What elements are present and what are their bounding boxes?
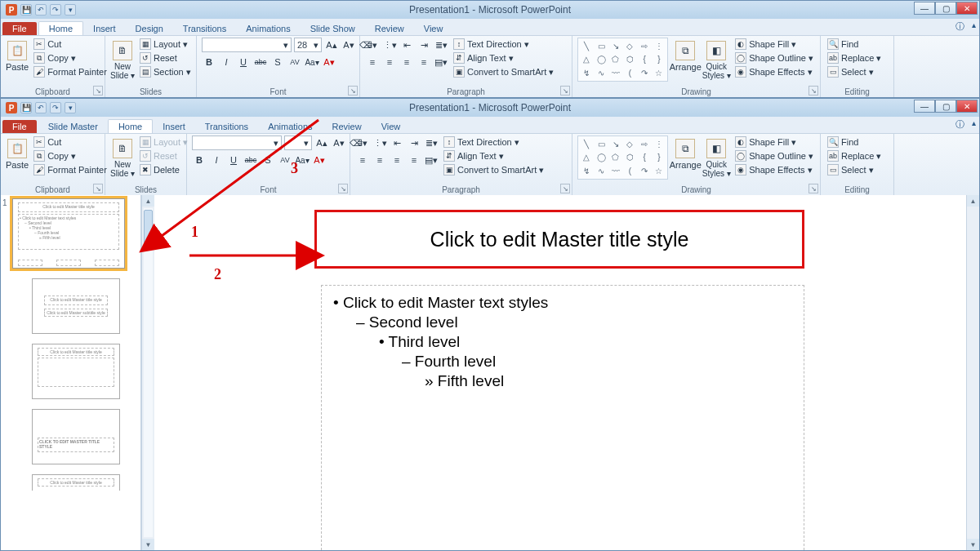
editor-scrollbar[interactable]: ▲ ▼ <box>966 195 979 550</box>
shrink-font-button-2[interactable]: A▾ <box>332 136 346 150</box>
align-center-button[interactable]: ≡ <box>382 55 397 69</box>
paragraph-dialog-launcher-2[interactable]: ↘ <box>560 184 570 193</box>
minimize-button-2[interactable]: — <box>914 100 935 113</box>
tab-file-2[interactable]: File <box>2 120 37 133</box>
select-button-2[interactable]: ▭Select ▾ <box>826 163 883 176</box>
editor-scroll-down-icon[interactable]: ▼ <box>967 539 979 550</box>
tab-transitions-2[interactable]: Transitions <box>195 120 258 133</box>
tab-animations[interactable]: Animations <box>236 22 300 35</box>
help-icon[interactable]: ⓘ <box>956 20 964 33</box>
line-spacing-button-2[interactable]: ≣▾ <box>424 136 439 150</box>
drawing-dialog-launcher-2[interactable]: ↘ <box>808 184 818 193</box>
quick-styles-button-2[interactable]: ◧Quick Styles ▾ <box>702 136 730 181</box>
select-button[interactable]: ▭Select ▾ <box>826 65 883 78</box>
master-thumbnail-pane[interactable]: 1 Click to edit Master title style • Cli… <box>1 195 141 550</box>
tab-file[interactable]: File <box>2 22 37 35</box>
justify-button-2[interactable]: ≡ <box>407 153 421 167</box>
copy-button-2[interactable]: ⧉Copy ▾ <box>32 149 109 162</box>
cut-button[interactable]: ✂Cut <box>32 38 109 51</box>
replace-button[interactable]: abReplace ▾ <box>826 51 883 64</box>
align-text-button[interactable]: ⇵Align Text ▾ <box>452 51 555 64</box>
align-text-button-2[interactable]: ⇵Align Text ▾ <box>442 149 546 162</box>
decrease-indent-button-2[interactable]: ⇤ <box>390 136 404 150</box>
tab-insert[interactable]: Insert <box>83 22 126 35</box>
reset-button[interactable]: ↺Reset <box>138 51 193 64</box>
grow-font-button[interactable]: A▴ <box>324 38 339 52</box>
tab-home[interactable]: Home <box>38 21 83 35</box>
tab-slideshow[interactable]: Slide Show <box>301 22 365 35</box>
italic-button-2[interactable]: I <box>209 153 224 167</box>
underline-button[interactable]: U <box>236 55 251 69</box>
tab-review-2[interactable]: Review <box>323 120 372 133</box>
numbering-button[interactable]: ⋮▾ <box>382 38 397 52</box>
font-dialog-launcher-2[interactable]: ↘ <box>338 184 348 193</box>
clipboard-dialog-launcher[interactable]: ↘ <box>93 86 103 96</box>
save-icon-2[interactable]: 💾 <box>20 102 32 113</box>
strike-button[interactable]: abc <box>253 55 268 69</box>
qat-dropdown-icon[interactable]: ▾ <box>65 4 76 16</box>
decrease-indent-button[interactable]: ⇤ <box>399 38 414 52</box>
grow-font-button-2[interactable]: A▴ <box>314 136 329 150</box>
layout-thumbnail-4[interactable]: CLICK TO EDIT MASTER TITLE STYLE <box>4 409 137 464</box>
master-body-placeholder[interactable]: • Click to edit Master text styles – Sec… <box>321 285 804 550</box>
align-left-button[interactable]: ≡ <box>365 55 380 69</box>
tab-view-2[interactable]: View <box>372 120 411 133</box>
master-title-placeholder[interactable]: Click to edit Master title style <box>314 210 804 269</box>
minimize-button[interactable]: — <box>914 2 935 15</box>
scroll-up-icon[interactable]: ▲ <box>142 195 154 207</box>
shape-effects-button[interactable]: ◉Shape Effects ▾ <box>733 65 815 78</box>
italic-button[interactable]: I <box>219 55 234 69</box>
tab-review[interactable]: Review <box>365 22 414 35</box>
font-color-button-2[interactable]: A▾ <box>312 153 327 167</box>
font-size-combo[interactable]: 28▾ <box>294 38 322 52</box>
tab-home-2[interactable]: Home <box>108 119 153 133</box>
align-left-button-2[interactable]: ≡ <box>355 153 370 167</box>
char-spacing-button[interactable]: AV <box>287 55 302 69</box>
line-spacing-button[interactable]: ≣▾ <box>434 38 448 52</box>
close-button[interactable]: ✕ <box>956 2 978 15</box>
bold-button-2[interactable]: B <box>192 153 207 167</box>
shape-outline-button[interactable]: ◯Shape Outline ▾ <box>733 51 815 64</box>
align-right-button-2[interactable]: ≡ <box>390 153 404 167</box>
scrollbar-thumb[interactable] <box>144 210 153 247</box>
arrange-button[interactable]: ⧉Arrange <box>671 38 699 83</box>
shadow-button[interactable]: S <box>270 55 285 69</box>
tab-design[interactable]: Design <box>126 22 173 35</box>
cut-button-2[interactable]: ✂Cut <box>32 136 109 149</box>
qat-dropdown-icon-2[interactable]: ▾ <box>65 102 76 113</box>
font-color-button[interactable]: A▾ <box>322 55 336 69</box>
underline-button-2[interactable]: U <box>226 153 241 167</box>
bold-button[interactable]: B <box>202 55 216 69</box>
strike-button-2[interactable]: abc <box>243 153 258 167</box>
ribbon-collapse-icon[interactable]: ▴ <box>972 20 976 29</box>
shape-outline-button-2[interactable]: ◯Shape Outline ▾ <box>733 149 815 162</box>
paragraph-dialog-launcher[interactable]: ↘ <box>560 86 570 96</box>
shapes-gallery-2[interactable]: ╲▭↘◇⇨⋮ △◯⬠⬡{} ↯∿〰(↷☆ <box>577 136 668 180</box>
copy-button[interactable]: ⧉Copy ▾ <box>32 51 109 64</box>
arrange-button-2[interactable]: ⧉Arrange <box>671 136 699 181</box>
save-icon[interactable]: 💾 <box>20 4 32 16</box>
ribbon-collapse-icon-2[interactable]: ▴ <box>972 118 976 127</box>
shapes-gallery[interactable]: ╲▭↘◇⇨⋮ △◯⬠⬡{} ↯∿〰(↷☆ <box>577 38 668 82</box>
font-dialog-launcher[interactable]: ↘ <box>348 86 358 96</box>
columns-button-2[interactable]: ▤▾ <box>424 153 439 167</box>
new-slide-button[interactable]: 🗎 New Slide ▾ <box>110 38 135 83</box>
clipboard-dialog-launcher-2[interactable]: ↘ <box>93 184 103 193</box>
format-painter-button-2[interactable]: 🖌Format Painter <box>32 163 109 176</box>
scroll-down-icon[interactable]: ▼ <box>142 539 154 550</box>
align-center-button-2[interactable]: ≡ <box>372 153 387 167</box>
drawing-dialog-launcher[interactable]: ↘ <box>808 86 818 96</box>
text-direction-button-2[interactable]: ↕Text Direction ▾ <box>442 136 546 149</box>
help-icon-2[interactable]: ⓘ <box>956 118 964 131</box>
master-thumbnail-1[interactable]: 1 Click to edit Master title style • Cli… <box>4 198 137 269</box>
tab-insert-2[interactable]: Insert <box>153 120 195 133</box>
maximize-button[interactable]: ▢ <box>935 2 956 15</box>
tab-view[interactable]: View <box>414 22 453 35</box>
new-slide-button-2[interactable]: 🗎New Slide ▾ <box>110 136 135 181</box>
text-direction-button[interactable]: ↕Text Direction ▾ <box>452 38 555 51</box>
section-button[interactable]: ▤Section ▾ <box>138 65 193 78</box>
find-button-2[interactable]: 🔍Find <box>826 136 883 149</box>
layout-thumbnail-2[interactable]: Click to edit Master title style Click t… <box>4 278 137 334</box>
font-size-combo-2[interactable]: ▾ <box>284 136 312 150</box>
numbering-button-2[interactable]: ⋮▾ <box>372 136 387 150</box>
